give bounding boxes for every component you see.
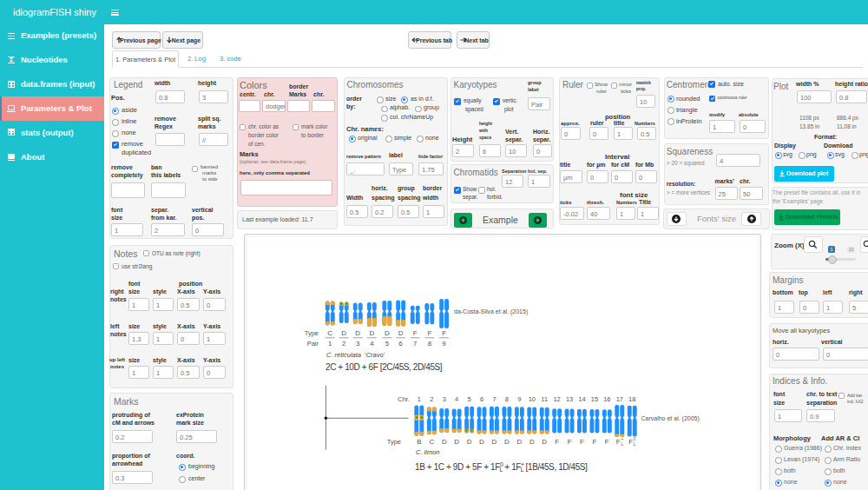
svg-text:0: 0 [634,437,636,441]
svg-text:F: F [605,438,609,446]
svg-text:14: 14 [578,395,585,403]
svg-text:Type: Type [305,329,319,337]
svg-text:8: 8 [428,340,432,348]
svg-text:F: F [555,438,559,446]
svg-text:Carvalho et al. (2005): Carvalho et al. (2005) [641,415,700,422]
svg-text:D: D [504,438,510,446]
svg-text:F: F [427,329,431,337]
svg-text:7: 7 [413,340,418,348]
svg-text:Chr.: Chr. [398,395,410,403]
svg-text:4: 4 [370,340,374,348]
svg-text:6: 6 [480,395,483,403]
svg-text:D: D [385,329,390,337]
svg-text:10: 10 [529,395,536,403]
svg-text:Type: Type [387,438,401,446]
svg-text:F: F [628,438,633,446]
svg-text:F: F [580,438,584,446]
svg-text:4: 4 [455,395,458,403]
svg-text:1: 1 [418,395,421,403]
svg-text:17: 17 [616,395,623,403]
svg-text:C. limon: C. limon [416,448,440,456]
svg-text:D: D [442,438,447,446]
svg-text:3: 3 [443,395,446,403]
svg-text:9: 9 [517,395,521,403]
svg-text:C. reticulata: C. reticulata [326,351,361,359]
svg-text:16: 16 [603,395,610,403]
svg-text:7: 7 [492,395,496,403]
svg-text:F: F [616,438,621,446]
svg-text:+: + [621,437,623,441]
svg-text:D: D [492,438,497,446]
svg-text:15: 15 [591,395,598,403]
svg-text:D: D [355,329,360,337]
svg-text:D: D [467,438,472,446]
svg-text:D: D [479,438,484,446]
svg-text:2: 2 [342,340,346,348]
svg-text:18: 18 [628,395,635,403]
svg-text:1: 1 [328,340,332,348]
svg-text:9: 9 [442,340,446,348]
svg-text:D: D [370,329,375,337]
svg-text:D: D [529,438,535,446]
svg-text:D: D [341,329,346,337]
svg-text:F: F [592,438,596,446]
svg-text:L: L [634,442,636,447]
svg-text:5: 5 [468,395,471,403]
svg-text:da-Costa-Silva et al. (2015): da-Costa-Silva et al. (2015) [454,308,528,315]
svg-text:3: 3 [356,340,360,348]
svg-text:Pair: Pair [307,340,319,348]
svg-text:2: 2 [430,395,433,403]
svg-text:11: 11 [541,395,548,403]
svg-text:D: D [516,438,522,446]
svg-text:1B + 1C + 9D + 5F + 1F0L + 1F+: 1B + 1C + 9D + 5F + 1F0L + 1F+L [1B/45S,… [415,461,588,473]
svg-text:6: 6 [398,340,403,348]
svg-text:5: 5 [385,340,390,348]
svg-text:12: 12 [553,395,560,403]
svg-text:2C + 10D + 6F [2C/45S, 2D/45S]: 2C + 10D + 6F [2C/45S, 2D/45S] [326,362,443,372]
svg-text:F: F [568,438,572,446]
svg-text:‘Cravo’: ‘Cravo’ [365,351,385,359]
svg-text:B: B [417,438,421,446]
svg-text:C: C [429,438,434,446]
svg-text:L: L [621,442,623,447]
svg-text:D: D [454,438,459,446]
svg-text:D: D [542,438,547,446]
svg-text:8: 8 [505,395,509,403]
svg-text:C: C [327,329,332,337]
svg-text:D: D [398,329,404,337]
svg-text:13: 13 [566,395,573,403]
svg-text:F: F [442,329,446,337]
svg-text:F: F [413,329,418,337]
